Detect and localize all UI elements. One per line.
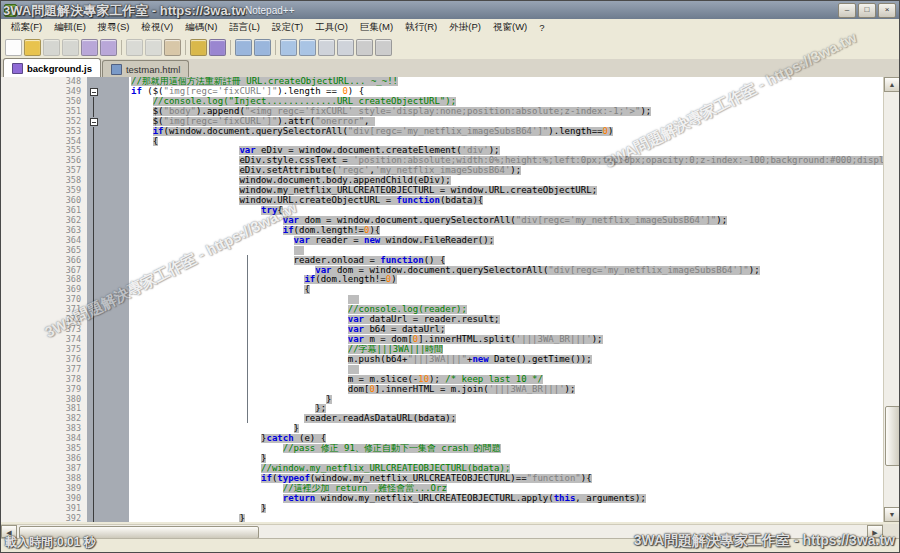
code-line[interactable]: 354 { xyxy=(1,137,883,147)
close-file-icon[interactable] xyxy=(81,39,98,56)
fold-line xyxy=(93,325,94,335)
code-line[interactable]: 373 var b64 = dataUrl; xyxy=(1,325,883,335)
cut-icon[interactable] xyxy=(126,39,143,56)
menu-item[interactable]: 執行(R) xyxy=(399,19,443,36)
maximize-button[interactable]: □ xyxy=(858,3,876,18)
code-line[interactable]: 387 //window.my_netflix_URLCREATEOBJECTU… xyxy=(1,464,883,474)
menu-item[interactable]: 檢視(V) xyxy=(135,19,179,36)
close-all-icon[interactable] xyxy=(100,39,117,56)
code-line[interactable]: 389 //這裡少加 return ,難怪會當...Orz xyxy=(1,484,883,494)
zoom-in-icon[interactable] xyxy=(280,39,297,56)
zoom-out-icon[interactable] xyxy=(299,39,316,56)
code-line[interactable]: 383 } xyxy=(1,424,883,434)
code-line[interactable]: 353 if(window.document.querySelectorAll(… xyxy=(1,127,883,137)
code-line[interactable]: 350 //console.log("Inject.............UR… xyxy=(1,97,883,107)
scroll-left-arrow[interactable]: ◀ xyxy=(1,525,17,538)
minimize-button[interactable]: – xyxy=(838,3,856,18)
code-line[interactable]: 381 }; xyxy=(1,404,883,414)
code-line[interactable]: 370 xyxy=(1,295,883,305)
code-line[interactable]: 362 var dom = window.document.querySelec… xyxy=(1,216,883,226)
code-line[interactable]: 348//那就用這個方法重新註冊 URL.createObjectURL... … xyxy=(1,77,883,87)
horizontal-scrollbar[interactable]: ◀ ▶ xyxy=(1,524,883,538)
replace-icon[interactable] xyxy=(254,39,271,56)
save-icon[interactable] xyxy=(43,39,60,56)
code-line[interactable]: 384 }catch (e) { xyxy=(1,434,883,444)
menu-item[interactable]: 搜尋(S) xyxy=(92,19,136,36)
code-line[interactable]: 352 $("img[regc='fixCURL']").attr("onerr… xyxy=(1,117,883,127)
menu-item[interactable]: 工具(O) xyxy=(309,19,354,36)
scroll-right-arrow[interactable]: ▶ xyxy=(867,525,883,538)
code-line[interactable]: 377 xyxy=(1,365,883,375)
fold-line xyxy=(93,206,94,216)
menu-item[interactable]: 設定(T) xyxy=(266,19,309,36)
code-line[interactable]: 392 } xyxy=(1,514,883,522)
menu-item[interactable]: 視窗(W) xyxy=(487,19,533,36)
code-line[interactable]: 366 reader.onload = function() { xyxy=(1,256,883,266)
code-line[interactable]: 367 var dom = window.document.querySelec… xyxy=(1,266,883,276)
find-icon[interactable] xyxy=(235,39,252,56)
code-line[interactable]: 351 $("body").append("<img regc='fixCURL… xyxy=(1,107,883,117)
code-line[interactable]: 356 eDiv.style.cssText = 'position:absol… xyxy=(1,156,883,166)
code-line[interactable]: 355 var eDiv = window.document.createEle… xyxy=(1,146,883,156)
code-line[interactable]: 358 window.document.body.appendChild(eDi… xyxy=(1,176,883,186)
menu-item[interactable]: ? xyxy=(533,20,550,35)
code-line[interactable]: 375 //字幕|||3WA|||時間 xyxy=(1,345,883,355)
fold-collapse-icon[interactable] xyxy=(90,118,98,126)
code-line[interactable]: 390 return window.my_netflix_URLCREATEOB… xyxy=(1,494,883,504)
code-line[interactable]: 379 dom[0].innerHTML = m.join('|||3WA_BR… xyxy=(1,385,883,395)
open-folder-icon[interactable] xyxy=(24,39,41,56)
paste-icon[interactable] xyxy=(164,39,181,56)
scroll-up-arrow[interactable]: ▲ xyxy=(884,77,900,92)
code-line[interactable]: 365 xyxy=(1,246,883,256)
redo-icon[interactable] xyxy=(209,39,226,56)
code-line[interactable]: 378 m = m.slice(-10); /* keep last 10 */ xyxy=(1,375,883,385)
menu-item[interactable]: 編輯(E) xyxy=(48,19,92,36)
menu-item[interactable]: 外掛(P) xyxy=(443,19,487,36)
code-text: { xyxy=(129,285,883,295)
code-editor[interactable]: 348//那就用這個方法重新註冊 URL.createObjectURL... … xyxy=(1,77,883,522)
new-file-icon[interactable] xyxy=(5,39,22,56)
vertical-scrollbar[interactable]: ▲ ▼ xyxy=(883,77,899,522)
code-line[interactable]: 359 window.my_netflix_URLCREATEOBJECTURL… xyxy=(1,186,883,196)
code-line[interactable]: 371 //console.log(reader); xyxy=(1,305,883,315)
code-line[interactable]: 364 var reader = new window.FileReader()… xyxy=(1,236,883,246)
code-line[interactable]: 386 } xyxy=(1,454,883,464)
menu-item[interactable]: 編碼(N) xyxy=(179,19,223,36)
selected-text: //字幕|||3WA|||時間 xyxy=(348,345,444,354)
code-line[interactable]: 382 reader.readAsDataURL(bdata); xyxy=(1,414,883,424)
menu-item[interactable]: 巨集(M) xyxy=(354,19,399,36)
code-line[interactable]: 388 if(typeof(window.my_netflix_URLCREAT… xyxy=(1,474,883,484)
code-line[interactable]: 349if ($("img[regc='fixCURL']").length =… xyxy=(1,87,883,97)
code-line[interactable]: 357 eDiv.setAttribute('regc','my_netflix… xyxy=(1,166,883,176)
tab-background.js[interactable]: background.js xyxy=(3,58,101,77)
code-line[interactable]: 361 try{ xyxy=(1,206,883,216)
selected-text: try{ xyxy=(261,206,283,215)
code-line[interactable]: 376 m.push(b64+"|||3WA|||"+new Date().ge… xyxy=(1,355,883,365)
fold-collapse-icon[interactable] xyxy=(90,88,98,96)
save-all-icon[interactable] xyxy=(62,39,79,56)
code-line[interactable]: 368 if(dom.length!=0) xyxy=(1,275,883,285)
code-line[interactable]: 369 { xyxy=(1,285,883,295)
vertical-scroll-thumb[interactable] xyxy=(885,406,900,466)
scroll-down-arrow[interactable]: ▼ xyxy=(884,507,900,522)
code-line[interactable]: 380 } xyxy=(1,395,883,405)
code-text: if ($("img[regc='fixCURL']").length == 0… xyxy=(129,87,883,97)
code-line[interactable]: 385 //pass 修正 91、修正自動下一集會 crash 的問題 xyxy=(1,444,883,454)
code-line[interactable]: 391 } xyxy=(1,504,883,514)
undo-icon[interactable] xyxy=(190,39,207,56)
copy-icon[interactable] xyxy=(145,39,162,56)
tab-testman.html[interactable]: testman.html xyxy=(102,60,189,77)
code-line[interactable]: 374 var m = dom[0].innerHTML.split('|||3… xyxy=(1,335,883,345)
menu-item[interactable]: 檔案(F) xyxy=(5,19,48,36)
word-wrap-icon[interactable] xyxy=(318,39,335,56)
play-macro-icon[interactable] xyxy=(375,39,392,56)
code-line[interactable]: 360 window.URL.createObjectURL = functio… xyxy=(1,196,883,206)
fold-margin xyxy=(87,315,129,325)
menu-item[interactable]: 語言(L) xyxy=(223,19,266,36)
show-symbols-icon[interactable] xyxy=(337,39,354,56)
code-line[interactable]: 363 if(dom.length!=0){ xyxy=(1,226,883,236)
close-button[interactable]: × xyxy=(878,3,896,18)
fold-margin xyxy=(87,345,129,355)
record-macro-icon[interactable] xyxy=(356,39,373,56)
code-line[interactable]: 372 var dataUrl = reader.result; xyxy=(1,315,883,325)
